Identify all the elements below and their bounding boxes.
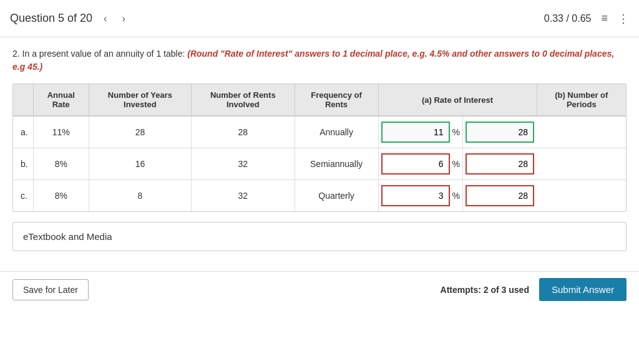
th-rents-involved: Number of Rents Involved xyxy=(191,84,295,116)
table-row: a. 11% 28 28 Annually % xyxy=(13,116,626,148)
num-periods-cell-2 xyxy=(463,180,537,212)
etextbook-label: eTextbook and Media xyxy=(23,231,112,242)
score-display: 0.33 / 0.65 xyxy=(544,13,592,24)
etextbook-section: eTextbook and Media xyxy=(12,222,627,251)
years-invested-1: 16 xyxy=(89,148,191,180)
frequency-0: Annually xyxy=(295,116,378,148)
percent-sign-0: % xyxy=(452,127,460,137)
rate-interest-input-0[interactable] xyxy=(381,122,450,143)
num-periods-cell-0 xyxy=(463,116,537,148)
attempts-text: Attempts: 2 of 3 used xyxy=(441,285,529,295)
table-row: b. 8% 16 32 Semiannually % xyxy=(13,148,626,180)
content-area: 2. In a present value of an annuity of 1… xyxy=(0,37,639,271)
rate-input-wrapper-2: % xyxy=(381,185,460,206)
row-label-0: a. xyxy=(13,116,33,148)
annual-rate-2: 8% xyxy=(33,180,89,212)
table-row: c. 8% 8 32 Quarterly % xyxy=(13,180,626,212)
rate-input-wrapper-1: % xyxy=(381,153,460,175)
list-icon-button[interactable]: ≡ xyxy=(601,12,608,25)
th-num-periods: (b) Number of Periods xyxy=(537,84,626,116)
question-title: Question 5 of 20 xyxy=(10,12,92,25)
footer-right: Attempts: 2 of 3 used Submit Answer xyxy=(441,278,627,301)
rate-interest-cell-2: % xyxy=(378,180,462,212)
footer: Save for Later Attempts: 2 of 3 used Sub… xyxy=(0,271,639,307)
periods-input-wrapper-2 xyxy=(466,185,534,206)
header-left: Question 5 of 20 ‹ › xyxy=(10,11,544,27)
rate-input-wrapper-0: % xyxy=(381,122,460,143)
num-periods-input-0[interactable] xyxy=(466,122,534,143)
rate-interest-cell-0: % xyxy=(378,116,462,148)
header-right: 0.33 / 0.65 ≡ ⋮ xyxy=(544,12,629,26)
periods-input-wrapper-1 xyxy=(466,153,534,175)
years-invested-2: 8 xyxy=(89,180,191,212)
row-label-1: b. xyxy=(13,148,33,180)
next-button[interactable]: › xyxy=(118,11,129,27)
question-body: In a present value of an annuity of 1 ta… xyxy=(22,49,185,59)
th-row-label xyxy=(13,84,33,116)
num-periods-input-1[interactable] xyxy=(466,153,534,175)
row-label-2: c. xyxy=(13,180,33,212)
th-frequency: Frequency of Rents xyxy=(295,84,378,116)
th-years-invested: Number of Years Invested xyxy=(89,84,191,116)
num-periods-cell-1 xyxy=(463,148,537,180)
rate-interest-cell-1: % xyxy=(378,148,462,180)
num-periods-input-2[interactable] xyxy=(466,185,534,206)
annual-rate-0: 11% xyxy=(33,116,89,148)
rate-interest-input-2[interactable] xyxy=(381,185,450,206)
frequency-2: Quarterly xyxy=(295,180,378,212)
th-rate-of-interest: (a) Rate of Interest xyxy=(378,84,537,116)
submit-answer-button[interactable]: Submit Answer xyxy=(539,278,627,301)
question-table-container: Annual Rate Number of Years Invested Num… xyxy=(12,84,627,212)
rents-involved-1: 32 xyxy=(191,148,295,180)
question-table: Annual Rate Number of Years Invested Num… xyxy=(13,84,626,211)
th-annual-rate: Annual Rate xyxy=(33,84,89,116)
question-number: 2. xyxy=(12,49,20,59)
years-invested-0: 28 xyxy=(89,116,191,148)
save-for-later-button[interactable]: Save for Later xyxy=(12,279,89,300)
percent-sign-1: % xyxy=(452,159,460,169)
frequency-1: Semiannually xyxy=(295,148,378,180)
annual-rate-1: 8% xyxy=(33,148,89,180)
question-text: 2. In a present value of an annuity of 1… xyxy=(12,47,627,74)
percent-sign-2: % xyxy=(452,191,460,201)
prev-button[interactable]: ‹ xyxy=(100,11,110,27)
header: Question 5 of 20 ‹ › 0.33 / 0.65 ≡ ⋮ xyxy=(0,0,639,37)
more-icon-button[interactable]: ⋮ xyxy=(618,12,629,26)
periods-input-wrapper-0 xyxy=(466,122,534,143)
rents-involved-0: 28 xyxy=(191,116,295,148)
rate-interest-input-1[interactable] xyxy=(381,153,450,175)
rents-involved-2: 32 xyxy=(191,180,295,212)
